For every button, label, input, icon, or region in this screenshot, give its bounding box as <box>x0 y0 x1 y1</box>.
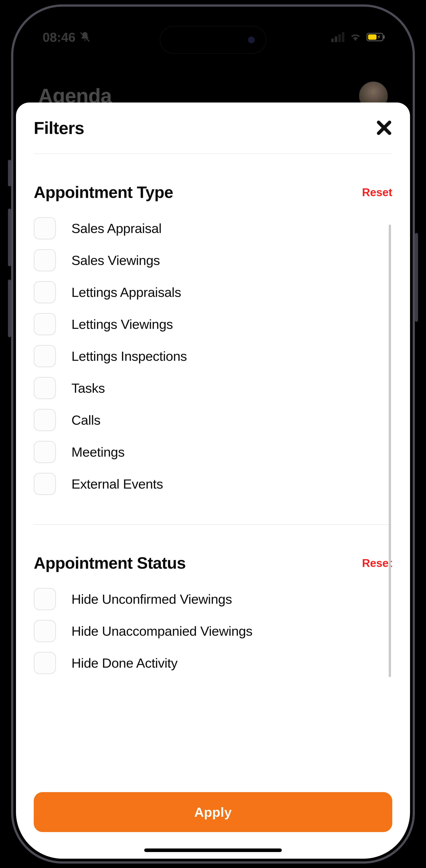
battery-icon: ⚡︎ <box>367 33 384 41</box>
checkbox[interactable] <box>34 281 56 303</box>
option-label: Calls <box>71 412 100 428</box>
section-appointment-type: Appointment Type Reset Sales Appraisal S… <box>34 154 392 500</box>
dynamic-island <box>160 26 266 54</box>
checkbox[interactable] <box>34 473 56 495</box>
option-row[interactable]: Lettings Viewings <box>34 308 392 340</box>
option-label: Sales Appraisal <box>71 221 161 236</box>
option-list: Sales Appraisal Sales Viewings Lettings … <box>34 212 392 500</box>
option-label: Sales Viewings <box>71 253 160 268</box>
status-left: 08:46 <box>42 30 91 44</box>
scroll-indicator[interactable] <box>389 224 391 677</box>
option-row[interactable]: Lettings Appraisals <box>34 276 392 308</box>
filters-sheet: Filters Appointment Type Reset <box>16 102 410 859</box>
close-icon <box>376 120 392 136</box>
section-appointment-status: Appointment Status Reset Hide Unconfirme… <box>34 525 392 679</box>
section-header: Appointment Status Reset <box>34 554 392 572</box>
option-label: External Events <box>71 476 163 492</box>
option-label: Hide Unaccompanied Viewings <box>71 623 252 639</box>
checkbox[interactable] <box>34 345 56 367</box>
option-label: Lettings Appraisals <box>71 285 181 300</box>
option-row[interactable]: External Events <box>34 468 392 500</box>
option-label: Lettings Inspections <box>71 348 187 364</box>
option-row[interactable]: Sales Appraisal <box>34 212 392 244</box>
checkbox[interactable] <box>34 588 56 610</box>
status-time: 08:46 <box>42 30 75 44</box>
phone-power-button <box>415 233 418 322</box>
checkbox[interactable] <box>34 441 56 463</box>
option-row[interactable]: Lettings Inspections <box>34 340 392 372</box>
checkbox[interactable] <box>34 377 56 399</box>
status-right: ⚡︎ <box>331 32 384 42</box>
checkbox[interactable] <box>34 313 56 335</box>
section-title: Appointment Type <box>34 183 173 202</box>
option-label: Lettings Viewings <box>71 317 173 332</box>
option-label: Hide Done Activity <box>71 655 178 671</box>
option-row[interactable]: Hide Done Activity <box>34 647 392 679</box>
checkbox[interactable] <box>34 249 56 271</box>
option-row[interactable]: Sales Viewings <box>34 244 392 276</box>
phone-volume-down <box>8 280 11 337</box>
sheet-title: Filters <box>34 118 84 138</box>
option-row[interactable]: Calls <box>34 404 392 436</box>
sheet-header: Filters <box>34 102 392 154</box>
option-row[interactable]: Tasks <box>34 372 392 404</box>
section-title: Appointment Status <box>34 554 186 572</box>
wifi-icon <box>350 33 361 41</box>
apply-bar: Apply <box>34 783 392 859</box>
section-header: Appointment Type Reset <box>34 183 392 202</box>
checkbox[interactable] <box>34 652 56 674</box>
option-label: Meetings <box>71 444 124 460</box>
cellular-icon <box>331 32 344 42</box>
phone-frame: 08:46 ⚡︎ Agenda <box>11 4 415 864</box>
reset-button[interactable]: Reset <box>362 186 392 199</box>
option-label: Tasks <box>71 380 105 396</box>
apply-button[interactable]: Apply <box>34 792 392 832</box>
option-label: Hide Unconfirmed Viewings <box>71 592 232 607</box>
silent-mode-icon <box>79 31 91 43</box>
home-indicator[interactable] <box>144 848 282 852</box>
option-row[interactable]: Hide Unaccompanied Viewings <box>34 615 392 647</box>
reset-button[interactable]: Reset <box>362 557 392 569</box>
checkbox[interactable] <box>34 217 56 240</box>
phone-volume-up <box>8 209 11 266</box>
checkbox[interactable] <box>34 409 56 431</box>
charging-bolt-icon: ⚡︎ <box>377 34 381 40</box>
close-button[interactable] <box>376 120 392 137</box>
option-row[interactable]: Meetings <box>34 436 392 468</box>
option-list: Hide Unconfirmed Viewings Hide Unaccompa… <box>34 583 392 679</box>
camera-dot-icon <box>248 37 255 43</box>
sheet-body: Appointment Type Reset Sales Appraisal S… <box>34 154 392 783</box>
option-row[interactable]: Hide Unconfirmed Viewings <box>34 583 392 615</box>
phone-side-button <box>8 160 11 186</box>
checkbox[interactable] <box>34 620 56 642</box>
phone-screen: 08:46 ⚡︎ Agenda <box>16 9 410 859</box>
